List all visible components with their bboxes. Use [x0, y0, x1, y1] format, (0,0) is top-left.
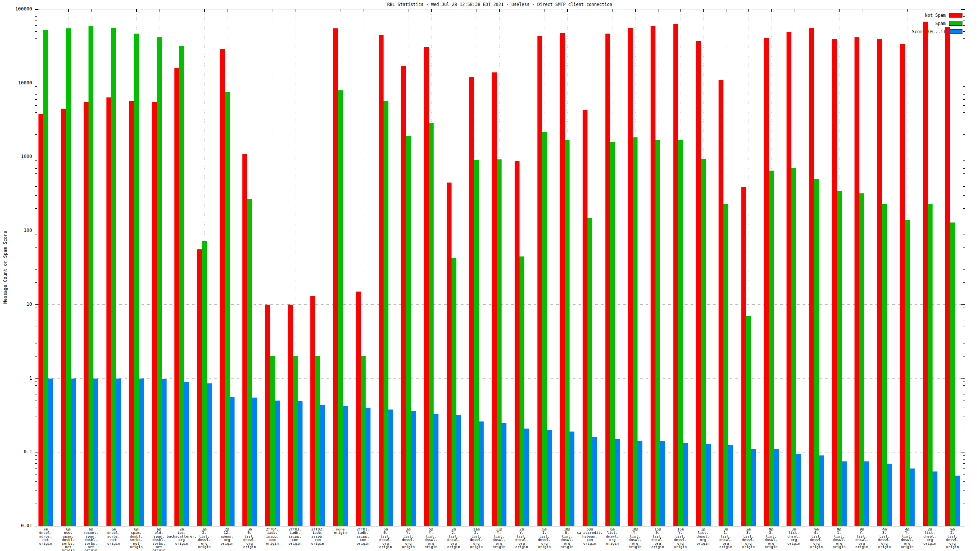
- bar-not-spam: [673, 24, 678, 526]
- bar-score-0-1: [48, 378, 53, 526]
- y-major-tick: [961, 157, 965, 157]
- bar-not-spam: [265, 305, 270, 526]
- x-tick: [862, 10, 862, 12]
- x-tick: [363, 10, 363, 12]
- y-minor-tick: [35, 260, 37, 260]
- y-minor-tick: [35, 61, 37, 61]
- x-tick: [477, 10, 477, 12]
- bar-score-0-1: [638, 441, 643, 526]
- bar-score-0-1: [683, 443, 688, 526]
- bar-not-spam: [38, 114, 43, 526]
- bar-spam: [655, 140, 660, 526]
- bar-spam: [179, 46, 184, 526]
- y-tick-label: 1: [0, 375, 32, 381]
- bar-score-0-1: [207, 383, 212, 526]
- bar-spam: [225, 92, 230, 526]
- y-minor-tick: [963, 134, 965, 135]
- y-minor-tick: [35, 31, 37, 32]
- bar-spam: [701, 159, 706, 526]
- bar-spam: [452, 258, 457, 526]
- y-minor-tick: [963, 385, 965, 386]
- bar-not-spam: [492, 72, 497, 526]
- x-tick: [590, 10, 590, 12]
- y-minor-tick: [963, 105, 965, 106]
- bar-score-0-1: [434, 414, 439, 526]
- y-minor-tick: [963, 195, 965, 195]
- y-minor-tick: [35, 16, 37, 17]
- bar-not-spam: [333, 29, 338, 526]
- x-tick: [726, 10, 726, 12]
- bar-spam: [43, 30, 48, 526]
- bar-not-spam: [696, 41, 701, 526]
- x-tick: [930, 10, 930, 12]
- bar-spam: [814, 179, 819, 526]
- y-axis-label: Message Count or Spam Score: [3, 226, 8, 308]
- y-major-tick: [35, 304, 38, 305]
- bar-not-spam: [242, 154, 247, 526]
- bar-score-0-1: [501, 423, 506, 526]
- bar-score-0-1: [184, 382, 189, 526]
- bar-not-spam: [923, 22, 928, 526]
- y-minor-tick: [963, 238, 965, 238]
- y-minor-tick: [35, 343, 37, 343]
- bar-score-0-1: [343, 406, 348, 526]
- y-minor-tick: [963, 481, 965, 481]
- legend-label: Spam: [935, 21, 946, 26]
- y-minor-tick: [963, 417, 965, 417]
- x-tick: [318, 10, 318, 12]
- bar-spam: [769, 171, 774, 526]
- y-minor-tick: [963, 122, 965, 122]
- bar-score-0-1: [751, 449, 756, 526]
- y-minor-tick: [35, 238, 37, 238]
- bar-not-spam: [107, 97, 111, 526]
- x-tick: [46, 10, 46, 12]
- y-tick-label: 100: [0, 227, 32, 233]
- x-category-label: 9@ 2. list. dnswl. org origin: [932, 527, 973, 548]
- bar-spam: [315, 356, 320, 526]
- bar-not-spam: [809, 28, 814, 526]
- bar-score-0-1: [320, 405, 325, 526]
- y-minor-tick: [35, 13, 37, 13]
- y-minor-tick: [35, 160, 37, 160]
- bar-not-spam: [628, 28, 633, 526]
- x-tick: [612, 10, 613, 12]
- bar-spam: [157, 37, 162, 526]
- bar-spam: [746, 316, 751, 526]
- bar-spam: [89, 26, 93, 526]
- y-minor-tick: [35, 381, 37, 382]
- y-minor-tick: [963, 234, 965, 235]
- legend-swatch: [949, 21, 963, 26]
- y-minor-tick: [963, 343, 965, 343]
- y-major-tick: [961, 452, 965, 453]
- y-minor-tick: [35, 417, 37, 417]
- x-tick: [658, 10, 659, 12]
- y-minor-tick: [35, 168, 37, 169]
- y-tick-label: 100000: [0, 6, 32, 11]
- y-minor-tick: [963, 316, 965, 316]
- bar-spam: [859, 194, 864, 526]
- bar-not-spam: [764, 38, 769, 526]
- y-tick-label: 1000: [0, 153, 32, 159]
- bar-score-0-1: [230, 397, 235, 526]
- legend-row: Spam: [935, 21, 963, 26]
- y-minor-tick: [35, 400, 37, 401]
- x-tick: [227, 10, 228, 12]
- bar-spam: [270, 356, 275, 526]
- y-minor-tick: [963, 282, 965, 283]
- bar-spam: [610, 142, 615, 526]
- bar-score-0-1: [298, 401, 302, 526]
- bar-not-spam: [832, 39, 837, 526]
- bar-spam: [633, 137, 638, 526]
- bar-score-0-1: [252, 398, 257, 526]
- bar-spam: [406, 136, 411, 526]
- y-minor-tick: [35, 86, 37, 87]
- bar-score-0-1: [162, 379, 167, 526]
- bar-score-0-1: [479, 421, 484, 526]
- bar-spam: [429, 123, 434, 526]
- bar-not-spam: [560, 33, 565, 526]
- y-minor-tick: [35, 38, 37, 39]
- bar-not-spam: [538, 36, 542, 526]
- y-minor-tick: [963, 25, 965, 26]
- y-minor-tick: [35, 463, 37, 464]
- y-minor-tick: [963, 430, 965, 430]
